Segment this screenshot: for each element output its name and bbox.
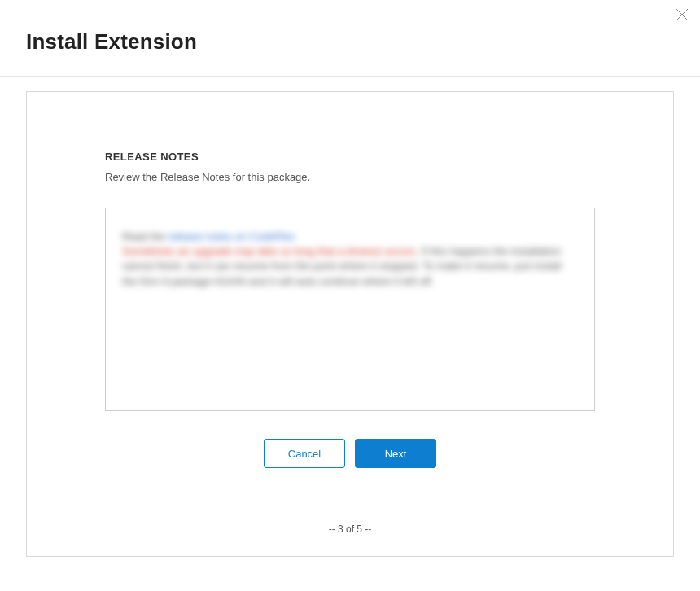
dialog-header: Install Extension [0,0,700,76]
section-subtext: Review the Release Notes for this packag… [105,171,595,183]
page-title: Install Extension [26,29,674,55]
next-button[interactable]: Next [355,439,436,468]
release-notes-content: Read the release notes on CodePlex Somet… [122,230,578,289]
dialog-body: RELEASE NOTES Review the Release Notes f… [0,77,700,557]
step-indicator: -- 3 of 5 -- [27,523,673,535]
release-notes-frame: Read the release notes on CodePlex Somet… [105,208,595,411]
close-icon[interactable] [676,8,689,21]
button-row: Cancel Next [105,439,595,468]
section-heading: RELEASE NOTES [105,151,595,163]
cancel-button[interactable]: Cancel [264,439,345,468]
wizard-card: RELEASE NOTES Review the Release Notes f… [26,91,674,557]
